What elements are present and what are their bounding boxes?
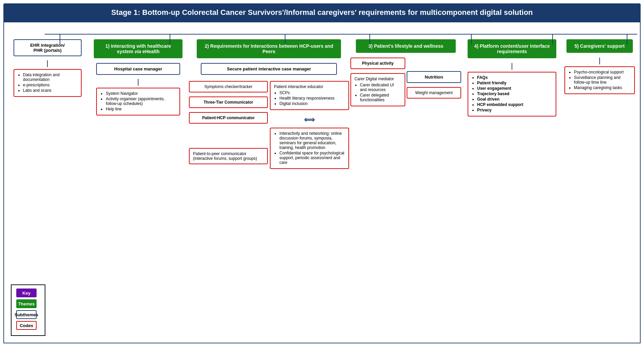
code-networking: Interactivity and networking: online dis…: [270, 128, 349, 169]
code-educator: Patient interactive educator SCPs Health…: [270, 81, 349, 110]
col-theme1: 1) Interacting with healthcare system vi…: [89, 39, 188, 118]
key-legend: Key Themes Subthemes Codes: [11, 284, 45, 336]
col-theme2: 2) Requirements for Interactions between…: [189, 39, 349, 171]
key-item-codes: Codes: [16, 321, 40, 330]
code-weight: Weight management: [407, 87, 461, 99]
subtheme-secure: Secure patient interactive case manager: [201, 63, 337, 75]
theme5-box: 5) Caregivers' support: [566, 39, 633, 53]
code-hospital: System Navigator Activity organiser (app…: [96, 88, 180, 115]
col-theme4: 4) Platform content/user Interface requi…: [463, 39, 561, 119]
key-item-subthemes: Subthemes: [16, 310, 40, 319]
connector-hospital: [138, 79, 138, 86]
code-p2p: Patient-to-peer communicator (interactiv…: [189, 148, 268, 164]
title-bar: Stage 1: Bottom-up Colorectal Cancer Sur…: [3, 3, 641, 22]
key-swatch-blue: Subthemes: [16, 310, 37, 319]
diagram-area: EHR integration/PHR (portals) Data integ…: [3, 22, 641, 343]
connector-theme5: [599, 58, 600, 64]
key-swatch-purple: Key: [16, 289, 37, 297]
main-container: Stage 1: Bottom-up Colorectal Cancer Sur…: [0, 0, 644, 347]
theme3-box: 3) Patient's lifestyle and wellness: [356, 39, 456, 53]
col-ehr: EHR integration/PHR (portals) Data integ…: [7, 39, 88, 99]
code-platform: FAQs Patient friendly User engagement Tr…: [468, 72, 556, 116]
code-ehr: Data integration and documentation e-pre…: [14, 69, 82, 97]
key-item-themes: Themes: [16, 299, 40, 308]
code-three-tier: Three-Tier Communicator: [189, 97, 268, 108]
code-hcp-comm: Patient-HCP communicator: [189, 112, 268, 124]
double-arrow: ⟺: [304, 115, 315, 124]
theme4-box: 4) Platform content/user Interface requi…: [468, 39, 556, 58]
key-swatch-red: Codes: [16, 321, 37, 330]
code-carer: Carer Digital mediator Carer dedicated U…: [350, 73, 405, 106]
subtheme-nutrition: Nutrition: [407, 71, 461, 83]
code-caregivers: Psycho-oncological support Surveillance …: [564, 66, 635, 94]
theme1-box: 1) Interacting with healthcare system vi…: [94, 39, 183, 58]
col-theme3: 3) Patient's lifestyle and wellness Phys…: [350, 39, 461, 108]
connector-ehr: [47, 60, 48, 67]
theme2-box: 2) Requirements for Interactions between…: [197, 39, 341, 58]
code-symptoms: Symptoms checker/tracker: [189, 81, 268, 92]
key-swatch-green: Themes: [16, 299, 37, 308]
code-physical: Physical activity: [350, 58, 405, 69]
subtheme-ehr: EHR integration/PHR (portals): [14, 39, 82, 56]
subtheme-hospital: Hospital case manager: [96, 63, 180, 75]
key-item-key: Key: [16, 289, 40, 297]
connector-theme4: [512, 63, 512, 70]
col-theme5: 5) Caregivers' support Psycho-oncologica…: [563, 39, 637, 96]
